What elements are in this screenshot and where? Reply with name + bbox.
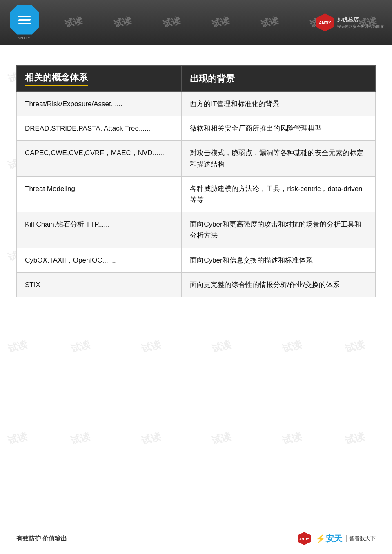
cell-col2-5: 面向Cyber和信息交换的描述和标准体系 <box>182 248 376 272</box>
body-watermark-25: 试读 <box>69 429 91 447</box>
col1-header: 相关的概念体系 <box>17 66 182 92</box>
table-row-2: CAPEC,CWE,CVE,CVRF，MAEC，NVD......对攻击模式，脆… <box>17 141 376 176</box>
footer: 有效防护 价值输出 ANTIY ⚡安天 智者数天下 <box>0 531 392 546</box>
cell-col1-4: Kill Chain,钻石分析,TTP...... <box>17 212 182 248</box>
cell-col2-4: 面向Cyber和更高强度的攻击和对抗的场景的分析工具和分析方法 <box>182 212 376 248</box>
antiy-logo-text: ANTIY. <box>18 36 31 40</box>
brand-logo: ANTIY 帅虎总店 安天网络安全冬训营第四届 <box>315 12 384 33</box>
wm2: 试读 <box>63 14 84 31</box>
cell-col2-3: 各种威胁建模的方法论，工具，risk-centric，data-driven等等 <box>182 176 376 212</box>
body-watermark-22: 试读 <box>281 338 303 356</box>
table-row-3: Threat Modeling各种威胁建模的方法论，工具，risk-centri… <box>17 176 376 212</box>
cell-col1-1: DREAD,STRIDE,PASTA, Attack Tree...... <box>17 116 182 141</box>
body-watermark-26: 试读 <box>140 429 162 447</box>
body-watermark-20: 试读 <box>140 338 162 356</box>
table-row-0: Threat/Risk/Exposure/Asset......西方的IT管理和… <box>17 92 376 116</box>
footer-slogan: 有效防护 价值输出 <box>16 535 67 543</box>
cell-col1-5: CybOX,TAXII，OpenIOC....... <box>17 248 182 272</box>
svg-text:ANTIY: ANTIY <box>319 21 331 25</box>
brand-subtitle: 安天网络安全冬训营第四届 <box>337 24 384 29</box>
body-watermark-18: 试读 <box>7 338 29 356</box>
col2-header: 出现的背景 <box>182 66 376 92</box>
concept-table: 相关的概念体系 出现的背景 Threat/Risk/Exposure/Asset… <box>16 65 376 297</box>
header: ANTIY. 试读 试读 试读 试读 试读 试读 试读 试读 ANTIY 帅虎总… <box>0 0 392 45</box>
footer-brand: ⚡安天 <box>316 533 342 544</box>
body-watermark-24: 试读 <box>7 429 29 447</box>
cell-col2-2: 对攻击模式，脆弱点，漏洞等各种基础的安全元素的标定和描述结构 <box>182 141 376 176</box>
cell-col2-1: 微软和相关安全厂商所推出的风险管理模型 <box>182 116 376 141</box>
antiy-logo: ANTIY. <box>6 4 43 41</box>
wm5: 试读 <box>210 14 231 31</box>
table-row-4: Kill Chain,钻石分析,TTP......面向Cyber和更高强度的攻击… <box>17 212 376 248</box>
cell-col1-6: STIX <box>17 272 182 297</box>
cell-col2-6: 面向更完整的综合性的情报分析/作业/交换的体系 <box>182 272 376 297</box>
footer-sub: 智者数天下 <box>346 535 376 542</box>
table-row-5: CybOX,TAXII，OpenIOC.......面向Cyber和信息交换的描… <box>17 248 376 272</box>
cell-col2-0: 西方的IT管理和标准化的背景 <box>182 92 376 116</box>
wm4: 试读 <box>161 14 182 31</box>
cell-col1-2: CAPEC,CWE,CVE,CVRF，MAEC，NVD...... <box>17 141 182 176</box>
table-row-6: STIX面向更完整的综合性的情报分析/作业/交换的体系 <box>17 272 376 297</box>
main-content: 相关的概念体系 出现的背景 Threat/Risk/Exposure/Asset… <box>0 45 392 309</box>
body-watermark-23: 试读 <box>343 338 366 356</box>
table-row-1: DREAD,STRIDE,PASTA, Attack Tree......微软和… <box>17 116 376 141</box>
cell-col1-3: Threat Modeling <box>17 176 182 212</box>
wm6: 试读 <box>259 14 280 31</box>
body-watermark-21: 试读 <box>210 338 233 356</box>
body-watermark-28: 试读 <box>281 429 303 447</box>
cell-col1-0: Threat/Risk/Exposure/Asset...... <box>17 92 182 116</box>
footer-logo: ANTIY ⚡安天 智者数天下 <box>297 531 376 546</box>
body-watermark-27: 试读 <box>210 429 233 447</box>
body-watermark-29: 试读 <box>343 429 366 447</box>
body-watermark-19: 试读 <box>69 338 91 356</box>
wm3: 试读 <box>112 14 133 31</box>
svg-text:ANTIY: ANTIY <box>299 537 310 541</box>
